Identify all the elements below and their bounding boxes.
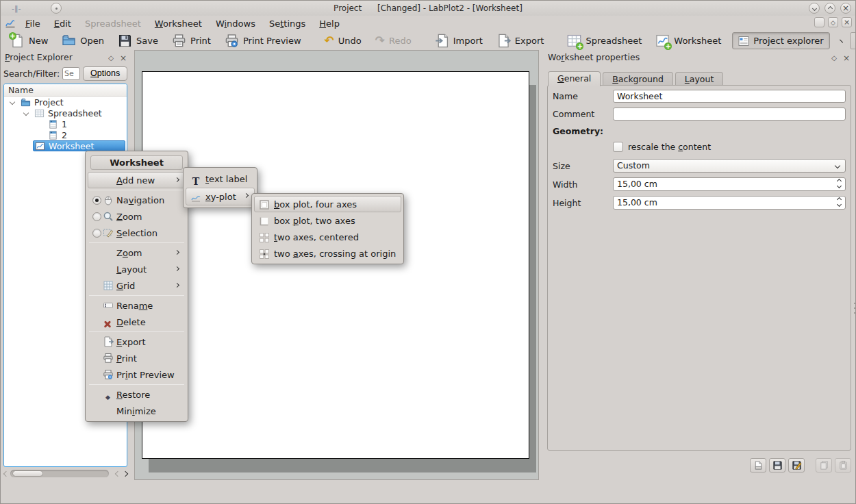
- scroll-left-icon[interactable]: [3, 471, 9, 477]
- worksheet-label: Worksheet: [674, 36, 721, 46]
- menu-rename[interactable]: Rename: [88, 297, 186, 314]
- menu-minimize[interactable]: Minimize: [88, 403, 186, 419]
- menu-zoom-submenu[interactable]: Zoom: [88, 244, 186, 261]
- child-restore-button[interactable]: ◇: [828, 17, 838, 27]
- navigation-toolbar-button[interactable]: Navigation: [850, 32, 856, 49]
- project-explorer-toggle-button[interactable]: Project explorer: [732, 32, 829, 49]
- menu-zoom-mode[interactable]: Zoom: [88, 208, 186, 225]
- rescale-checkbox[interactable]: [613, 142, 623, 152]
- load-template-button[interactable]: [750, 458, 766, 473]
- name-field[interactable]: [613, 90, 846, 103]
- menu-navigation-mode[interactable]: Navigation: [88, 192, 186, 208]
- tree-item-worksheet[interactable]: Worksheet: [4, 140, 127, 151]
- expander-icon[interactable]: [23, 110, 29, 116]
- shade-button[interactable]: [809, 3, 820, 14]
- width-spinbox[interactable]: 15,00 cm: [613, 177, 846, 191]
- save-button[interactable]: Save: [112, 32, 164, 49]
- menu-file[interactable]: File: [19, 17, 47, 30]
- menu-restore[interactable]: ◆ Restore: [88, 386, 186, 403]
- scroll-left-icon[interactable]: [115, 471, 121, 477]
- new-worksheet-button[interactable]: + Worksheet: [650, 32, 727, 49]
- tab-general[interactable]: General: [548, 71, 601, 86]
- menu-text-label[interactable]: T text label: [186, 170, 255, 188]
- menu-separator: [89, 331, 184, 332]
- dock-resize-handle[interactable]: [853, 298, 856, 318]
- submenu-arrow-icon: [175, 266, 179, 271]
- tab-background[interactable]: Background: [603, 72, 673, 86]
- menu-worksheet[interactable]: Worksheet: [149, 17, 208, 30]
- new-spreadsheet-button[interactable]: + Spreadsheet: [562, 32, 647, 49]
- close-button[interactable]: ×: [840, 3, 851, 14]
- tree-label: Worksheet: [49, 141, 94, 151]
- save-icon: [118, 34, 132, 48]
- child-close-button[interactable]: ×: [842, 17, 852, 27]
- paste-properties-button: [835, 458, 851, 473]
- menu-xy-plot[interactable]: xy-plot: [186, 188, 255, 205]
- worksheet-page[interactable]: [142, 71, 529, 459]
- new-button[interactable]: + New: [5, 32, 53, 49]
- chevron-down-icon: [811, 5, 816, 10]
- menu-label: Layout: [116, 264, 147, 275]
- scrollbar-track[interactable]: [10, 470, 109, 477]
- open-button[interactable]: Open: [56, 32, 110, 49]
- worksheet-view[interactable]: [134, 50, 539, 480]
- import-button[interactable]: Import: [429, 32, 488, 49]
- menu-edit[interactable]: Edit: [48, 17, 77, 30]
- menu-box-plot-four-axes[interactable]: box plot, four axes: [254, 196, 401, 212]
- print-preview-button[interactable]: Print Preview: [219, 32, 307, 49]
- menu-layout-submenu[interactable]: Layout: [88, 261, 186, 277]
- tree-item-column-1[interactable]: 1: [4, 118, 127, 129]
- tree-item-spreadsheet[interactable]: Spreadsheet: [4, 108, 127, 118]
- dock-close-button[interactable]: ×: [120, 52, 127, 64]
- tab-layout[interactable]: Layout: [675, 72, 724, 86]
- menu-settings[interactable]: Settings: [263, 17, 312, 30]
- spin-down-icon[interactable]: [837, 184, 842, 188]
- menu-grid-submenu[interactable]: Grid: [88, 277, 186, 294]
- spin-down-icon[interactable]: [837, 202, 842, 207]
- menu-selection-mode[interactable]: Selection: [88, 225, 186, 241]
- titlebar[interactable]: -‖- Project [Changed] - LabPlot2 - [Work…: [1, 1, 855, 16]
- tree-item-column-2[interactable]: 2: [4, 129, 127, 140]
- height-spinbox[interactable]: 15,00 cm: [613, 196, 846, 210]
- expander-icon[interactable]: [10, 99, 15, 105]
- export-label: Export: [515, 36, 544, 46]
- options-button[interactable]: Options: [83, 66, 127, 81]
- menu-two-axes-crossing-origin[interactable]: two axes, crossing at origin: [254, 245, 401, 262]
- child-minimize-button[interactable]: [814, 17, 824, 27]
- menu-delete[interactable]: Delete: [88, 314, 186, 330]
- save-as-template-button[interactable]: [788, 458, 805, 473]
- scroll-right-icon[interactable]: [123, 471, 128, 477]
- menu-help[interactable]: Help: [313, 17, 346, 30]
- menu-export[interactable]: Export: [88, 333, 186, 350]
- export-button[interactable]: Export: [491, 32, 550, 49]
- horizontal-scrollbar[interactable]: [2, 468, 129, 479]
- scrollbar-thumb[interactable]: [12, 470, 43, 477]
- maximize-button[interactable]: [824, 3, 835, 14]
- restore-diamond-icon: ◇: [831, 19, 835, 26]
- size-combobox[interactable]: Custom: [613, 159, 846, 173]
- menu-box-plot-two-axes[interactable]: box plot, two axes: [254, 212, 401, 229]
- context-menu-title: Worksheet: [90, 155, 183, 170]
- print-button[interactable]: Print: [166, 32, 216, 49]
- save-template-button[interactable]: [769, 458, 785, 473]
- undo-label: Undo: [338, 36, 362, 46]
- menu-two-axes-centered[interactable]: two axes, centered: [254, 229, 401, 245]
- comment-field[interactable]: [613, 108, 846, 121]
- xy-plot-icon: [190, 192, 201, 203]
- tree-item-project[interactable]: Project: [4, 97, 127, 108]
- menu-add-new[interactable]: Add new: [88, 172, 186, 188]
- dock-close-button[interactable]: ×: [843, 52, 850, 64]
- menu-print-preview[interactable]: Print Preview: [88, 366, 186, 383]
- dock-float-button[interactable]: ◇: [831, 52, 837, 64]
- print-preview-icon: [103, 369, 114, 380]
- menu-print[interactable]: Print: [88, 350, 186, 366]
- magnifier-icon: [103, 211, 114, 222]
- search-input[interactable]: [62, 67, 80, 80]
- dock-float-button[interactable]: ◇: [108, 52, 114, 64]
- menu-windows[interactable]: Windows: [210, 17, 262, 30]
- toolbar-overflow-icon[interactable]: [840, 39, 843, 42]
- tree-column-header[interactable]: Name: [4, 84, 127, 97]
- undo-button[interactable]: ↶ Undo: [319, 32, 367, 49]
- project-explorer-icon: [738, 36, 749, 47]
- menu-label: two axes, crossing at origin: [274, 249, 396, 259]
